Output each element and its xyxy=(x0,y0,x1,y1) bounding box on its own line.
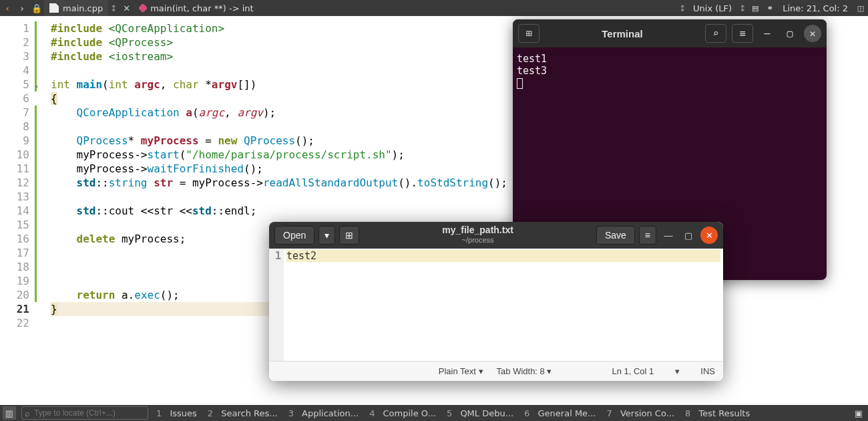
new-tab-button[interactable]: ⊞ xyxy=(339,226,359,245)
file-icon xyxy=(49,3,59,13)
line-number: 21 xyxy=(0,302,29,316)
link-icon[interactable]: ⚭ xyxy=(763,0,777,16)
open-button[interactable]: Open xyxy=(274,226,314,245)
search-icon: ⌕ xyxy=(25,408,30,418)
chevron-down-icon[interactable]: ▾ xyxy=(667,366,687,376)
line-number: 9 xyxy=(0,134,29,148)
terminal-minimize-button[interactable]: — xyxy=(758,25,776,42)
nav-forward-button[interactable]: › xyxy=(15,0,29,16)
line-number: 6 xyxy=(0,92,29,106)
panel-toggle-icon[interactable]: ▤ xyxy=(748,0,763,16)
gedit-line-number: 1 xyxy=(269,250,281,262)
gedit-line: test2 xyxy=(286,250,720,262)
fold-icon[interactable]: ▾ xyxy=(35,80,39,94)
line-number: 22 xyxy=(0,316,29,330)
line-number: 15 xyxy=(0,218,29,232)
gedit-minimize-button[interactable]: — xyxy=(660,231,676,241)
line-number: 16 xyxy=(0,232,29,246)
gedit-gutter: 1 xyxy=(269,249,284,361)
terminal-title: Terminal xyxy=(545,28,700,39)
bottom-tab[interactable]: 6 General Me... xyxy=(519,405,601,421)
split-icon[interactable]: ◫ xyxy=(853,0,868,16)
text-editor-window: Open ▾ ⊞ my_file_path.txt ~/process Save… xyxy=(269,222,723,381)
line-number: 17 xyxy=(0,246,29,260)
terminal-output[interactable]: test1 test3 xyxy=(513,47,827,97)
file-tab-label: main.cpp xyxy=(63,3,103,13)
save-button[interactable]: Save xyxy=(596,226,635,245)
terminal-search-button[interactable]: ⌕ xyxy=(705,24,726,43)
bottom-tab[interactable]: 1 Issues xyxy=(151,405,202,421)
terminal-cursor xyxy=(517,78,523,89)
line-number: 14 xyxy=(0,204,29,218)
gedit-maximize-button[interactable]: ▢ xyxy=(680,231,696,241)
line-number: 7 xyxy=(0,106,29,120)
terminal-line: test3 xyxy=(517,65,823,77)
cursor-position-label: Line: 21, Col: 2 xyxy=(783,3,848,13)
gedit-cursor-position[interactable]: Ln 1, Col 1 xyxy=(612,366,654,376)
hamburger-menu-button[interactable]: ≡ xyxy=(639,226,656,245)
bottom-panel-bar: ▥ ⌕ 1 Issues2 Search Res...3 Application… xyxy=(0,405,868,421)
nav-back-button[interactable]: ‹ xyxy=(0,0,15,16)
terminal-close-button[interactable]: ✕ xyxy=(804,25,821,42)
insert-mode-label[interactable]: INS xyxy=(700,366,715,376)
line-ending-label: Unix (LF) xyxy=(693,3,732,13)
line-number: 10 xyxy=(0,148,29,162)
dirty-dot-icon xyxy=(138,3,148,13)
line-number: 11 xyxy=(0,162,29,176)
open-dropdown-button[interactable]: ▾ xyxy=(318,226,335,245)
bottom-tab[interactable]: 7 Version Co... xyxy=(602,405,680,421)
line-number: 12 xyxy=(0,176,29,190)
locator-search[interactable]: ⌕ xyxy=(21,406,148,420)
line-ending-selector[interactable]: Unix (LF) xyxy=(688,3,737,13)
symbol-tab-label: main(int, char **) -> int xyxy=(150,3,253,13)
bottom-tab[interactable]: 3 Application... xyxy=(283,405,364,421)
locator-input[interactable] xyxy=(34,408,145,418)
terminal-line: test1 xyxy=(517,53,823,65)
symbol-dropdown-icon[interactable]: ↕ xyxy=(677,3,688,13)
file-tab-close-icon[interactable]: ✕ xyxy=(119,3,134,13)
cursor-position[interactable]: Line: 21, Col: 2 xyxy=(777,3,853,13)
line-ending-dropdown-icon[interactable]: ↕ xyxy=(737,3,748,13)
lock-icon: 🔒 xyxy=(29,0,44,16)
text-editor-body[interactable]: 1 test2 xyxy=(269,249,723,361)
line-number: 20 xyxy=(0,288,29,302)
bottom-tab[interactable]: 4 Compile O... xyxy=(364,405,441,421)
line-number-gutter: 1 2 3 4 5▾ 6 7 8 9 10 11 12 13 14 15 16 … xyxy=(0,16,35,405)
terminal-new-tab-button[interactable]: ⊞ xyxy=(518,24,539,43)
search-icon: ⌕ xyxy=(712,27,718,39)
gedit-close-button[interactable]: ✕ xyxy=(700,227,718,244)
text-editor-statusbar: Plain Text ▾ Tab Width: 8 ▾ Ln 1, Col 1 … xyxy=(269,361,723,381)
terminal-maximize-button[interactable]: ▢ xyxy=(781,25,799,42)
text-editor-header[interactable]: Open ▾ ⊞ my_file_path.txt ~/process Save… xyxy=(269,222,723,249)
top-tab-bar: ‹ › 🔒 main.cpp ↕ ✕ main(int, char **) ->… xyxy=(0,0,868,16)
file-tab-dropdown-icon[interactable]: ↕ xyxy=(108,3,119,13)
line-number: 13 xyxy=(0,190,29,204)
terminal-titlebar[interactable]: ⊞ Terminal ⌕ ≡ — ▢ ✕ xyxy=(513,19,827,47)
line-number: 5▾ xyxy=(0,78,29,92)
bottom-tab[interactable]: 5 QML Debu... xyxy=(441,405,519,421)
tab-width-selector[interactable]: Tab Width: 8 ▾ xyxy=(497,366,552,376)
line-number: 1 xyxy=(0,21,29,35)
line-number: 4 xyxy=(0,63,29,78)
line-number: 19 xyxy=(0,274,29,288)
symbol-tab[interactable]: main(int, char **) -> int xyxy=(134,0,258,16)
panel-close-icon[interactable]: ▣ xyxy=(849,405,868,421)
line-number: 3 xyxy=(0,49,29,63)
syntax-selector[interactable]: Plain Text ▾ xyxy=(439,366,483,376)
line-number: 8 xyxy=(0,120,29,134)
text-editor-title: my_file_path.txt ~/process xyxy=(363,225,592,245)
file-tab[interactable]: main.cpp xyxy=(44,0,108,16)
line-number: 18 xyxy=(0,260,29,274)
panel-layout-icon[interactable]: ▥ xyxy=(3,406,16,420)
text-editor-content[interactable]: test2 xyxy=(284,249,723,361)
bottom-tab[interactable]: 8 Test Results xyxy=(680,405,755,421)
bottom-tab[interactable]: 2 Search Res... xyxy=(202,405,283,421)
line-number: 2 xyxy=(0,35,29,49)
terminal-menu-button[interactable]: ≡ xyxy=(732,24,753,43)
